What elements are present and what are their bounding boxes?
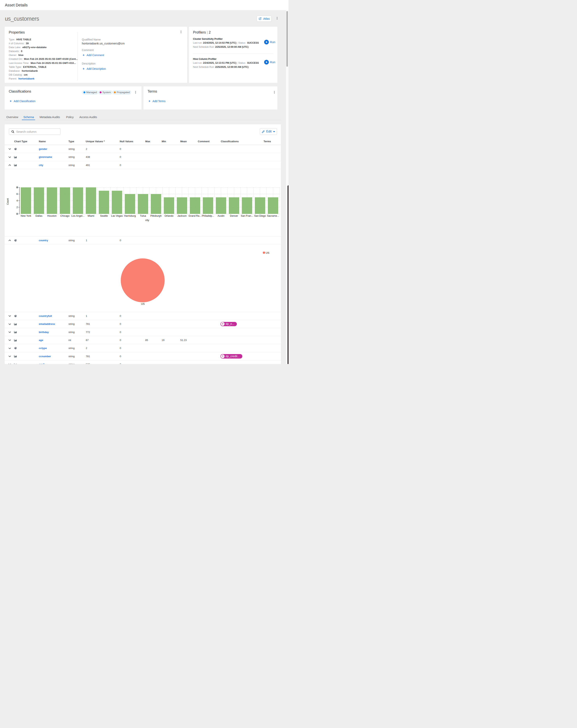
svg-text:Las Vegas: Las Vegas (111, 214, 123, 217)
svg-text:US: US (141, 303, 145, 305)
svg-text:Seattle: Seattle (100, 214, 108, 217)
svg-text:San Diego: San Diego (254, 214, 266, 217)
svg-text:Jackson: Jackson (177, 214, 186, 217)
svg-text:2: 2 (16, 206, 18, 209)
svg-text:Philadelp...: Philadelp... (202, 214, 214, 217)
svg-text:US: US (266, 251, 269, 254)
svg-text:Orlando: Orlando (165, 214, 174, 217)
svg-text:Houston: Houston (47, 214, 57, 217)
svg-text:Sacrame...: Sacrame... (267, 214, 279, 217)
svg-text:Pittsburgh: Pittsburgh (150, 214, 161, 217)
svg-text:Count: Count (6, 198, 9, 205)
svg-text:city: city (145, 218, 149, 222)
svg-text:San Fran...: San Fran... (241, 214, 253, 217)
svg-text:Miami: Miami (88, 214, 94, 217)
svg-text:Dallas: Dallas (35, 214, 43, 217)
svg-text:Tulsa: Tulsa (140, 214, 146, 217)
svg-text:6: 6 (16, 192, 18, 196)
svg-text:0: 0 (16, 212, 18, 215)
svg-text:8: 8 (16, 186, 18, 189)
svg-text:Harrisburg: Harrisburg (124, 214, 136, 217)
svg-text:Chicago: Chicago (60, 214, 70, 217)
svg-text:Grand Ra...: Grand Ra... (189, 214, 201, 217)
svg-text:Denver: Denver (230, 214, 238, 217)
svg-text:4: 4 (16, 199, 18, 202)
svg-text:New York: New York (21, 214, 31, 217)
svg-text:Los Angel...: Los Angel... (71, 214, 84, 217)
svg-text:Austin: Austin (218, 214, 225, 217)
